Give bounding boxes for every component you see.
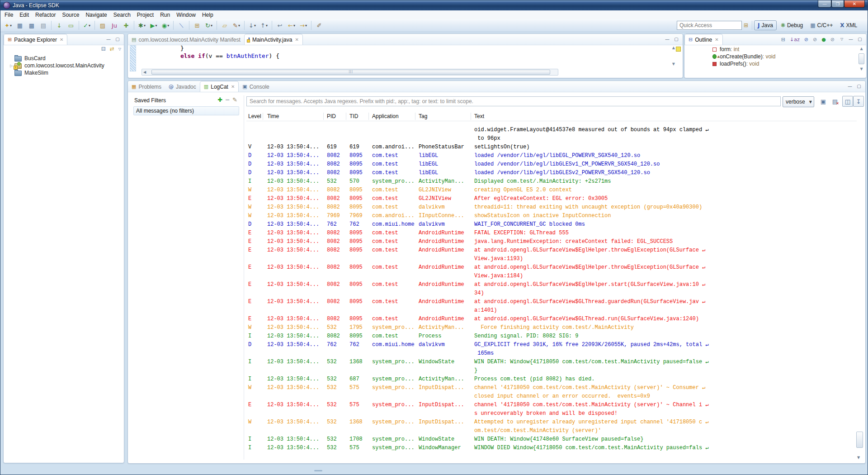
hide-fields-icon[interactable]: ⊘ [804, 37, 808, 43]
code-editor[interactable]: } else if(v == btnAuthEnter) { [138, 44, 669, 71]
forward-button[interactable]: →▾ [297, 20, 309, 31]
log-row[interactable]: W12-03 13:50:4...80828095com.testGL2JNIV… [246, 186, 857, 195]
clear-log-button[interactable]: ▤✕ [830, 96, 840, 107]
log-row[interactable]: W12-03 13:50:4...79697969com.androi...II… [246, 212, 857, 220]
column-header-text[interactable]: Text [474, 113, 484, 119]
close-tab-icon[interactable]: ✕ [231, 84, 235, 89]
scroll-to-end-button[interactable]: ↧ [853, 96, 864, 107]
save-log-button[interactable]: ▣ [818, 96, 829, 107]
log-row[interactable]: E12-03 13:50:4...80828095com.testGL2JNIV… [246, 195, 857, 203]
dropdown-caret-icon[interactable]: ▾ [10, 24, 12, 28]
save-all-button[interactable]: ▩ [26, 20, 38, 31]
junit-button[interactable]: ✓▾ [81, 20, 93, 31]
log-row[interactable]: E12-03 13:50:4...532575system_pro...Inpu… [246, 401, 857, 418]
dropdown-caret-icon[interactable]: ▾ [305, 24, 307, 28]
perspective-java[interactable]: JJava [754, 20, 777, 30]
perspective-cc[interactable]: ▦C/C++ [807, 21, 836, 30]
close-view-icon[interactable]: ✕ [60, 37, 63, 42]
tab-problems[interactable]: ▦Problems [128, 81, 165, 92]
menu-edit[interactable]: Edit [16, 11, 32, 19]
warning-annotation-marker[interactable] [676, 47, 681, 52]
log-row[interactable]: I12-03 13:50:4...532570system_pro...Acti… [246, 177, 857, 186]
dropdown-caret-icon[interactable]: ▾ [293, 24, 295, 28]
collapse-all-icon[interactable]: ⊟ [101, 46, 106, 52]
log-table[interactable]: oid.widget.FrameLayout@414537e8 measured… [246, 126, 857, 462]
collapse-all-icon[interactable]: ⊟ [781, 37, 785, 43]
print-button[interactable]: ▤ [38, 20, 49, 31]
last-edit-location-button[interactable]: ↩ [274, 20, 286, 31]
log-row[interactable]: I12-03 13:50:4...5321708system_pro...Win… [246, 435, 857, 444]
scrollbar-thumb[interactable] [859, 53, 864, 64]
log-row[interactable]: W12-03 13:50:4...5321368system_pro...Inp… [246, 418, 857, 435]
log-row[interactable]: D12-03 13:50:4...762762com.miui.homedalv… [246, 341, 857, 358]
dropdown-caret-icon[interactable]: ▾ [155, 24, 157, 28]
new-java-project-button[interactable]: ▨ [97, 20, 108, 31]
refresh-button[interactable]: ↻▾ [203, 20, 215, 31]
perspective-debug[interactable]: ❋Debug [778, 21, 806, 30]
view-menu-icon[interactable]: ▽ [839, 36, 844, 42]
log-row[interactable]: I12-03 13:50:4...532575system_pro...Wind… [246, 444, 857, 452]
scroll-up-icon[interactable]: ▲ [672, 46, 675, 50]
logcat-search-input[interactable] [246, 96, 781, 106]
log-row[interactable]: D12-03 13:50:4...80828095com.testlibEGLl… [246, 160, 857, 169]
display-filters-view-button[interactable]: ◫ [842, 96, 853, 107]
log-row[interactable]: E12-03 13:50:4...80828095com.testAndroid… [246, 229, 857, 238]
column-header-tid[interactable]: TID [349, 113, 358, 119]
minimize-view-button[interactable]: — [848, 36, 854, 42]
scroll-down-icon[interactable]: ▼ [859, 67, 864, 71]
log-row[interactable]: E12-03 13:50:4...80828095com.testAndroid… [246, 238, 857, 246]
column-separator[interactable] [323, 113, 324, 120]
column-header-pid[interactable]: PID [327, 113, 336, 119]
tab-package-explorer[interactable]: ⊞ Package Explorer ✕ [4, 34, 67, 45]
minimize-view-button[interactable]: — [847, 83, 853, 89]
log-row[interactable]: D12-03 13:50:4...762762com.miui.homedalv… [246, 220, 857, 229]
column-header-tag[interactable]: Tag [419, 113, 427, 119]
log-row[interactable]: D12-03 13:50:4...80828095com.testlibEGLl… [246, 152, 857, 160]
menu-navigate[interactable]: Navigate [82, 11, 110, 19]
dropdown-caret-icon[interactable]: ▾ [266, 24, 268, 28]
dropdown-caret-icon[interactable]: ▾ [89, 24, 90, 28]
menu-project[interactable]: Project [134, 11, 157, 19]
tab-logcat[interactable]: ▥LogCat✕ [200, 81, 239, 92]
tree-item-com-lowcost-lowcost-mainactivity[interactable]: ▷com.lowcost.lowcost.MainActivity [4, 62, 124, 69]
column-header-application[interactable]: Application [372, 113, 399, 119]
menu-search[interactable]: Search [110, 11, 134, 19]
android-sdk-manager-button[interactable]: ↓ [53, 20, 65, 31]
close-tab-icon[interactable]: ✕ [295, 37, 298, 42]
perspective-xml[interactable]: XXML [837, 21, 860, 30]
close-view-icon[interactable]: ✕ [715, 37, 718, 42]
debug-button[interactable]: ✱▾ [136, 20, 148, 31]
maximize-view-button[interactable]: ▢ [856, 83, 862, 89]
editor-tab-mainactivity-java[interactable]: JMainActivity.java✕ [244, 34, 303, 45]
scrollbar-thumb[interactable] [151, 70, 550, 75]
new-visual-editor-button[interactable]: ⊞ [191, 20, 203, 31]
remove-filter-icon[interactable]: ━ [226, 96, 229, 103]
mark-occurrences-button[interactable]: ⟍ [175, 20, 187, 31]
dropdown-caret-icon[interactable]: ▾ [211, 24, 212, 28]
log-row[interactable]: W12-03 13:50:4...5321795system_pro...Act… [246, 323, 857, 332]
tree-item-buscard[interactable]: BusCard [4, 55, 124, 62]
outline-item-form[interactable]: form : int [684, 46, 857, 53]
log-row[interactable]: oid.widget.FrameLayout@414537e8 measured… [246, 126, 857, 143]
view-menu-icon[interactable]: ▽ [118, 47, 121, 51]
quick-access-input[interactable] [677, 21, 742, 30]
add-filter-icon[interactable]: ✚ [217, 96, 222, 103]
maximize-view-button[interactable]: ▢ [115, 36, 120, 42]
run-button[interactable]: ▶▾ [148, 20, 160, 31]
log-row[interactable]: I12-03 13:50:4...80828095com.testProcess… [246, 332, 857, 341]
menu-run[interactable]: Run [157, 11, 173, 19]
menu-source[interactable]: Source [59, 11, 82, 19]
close-window-button[interactable]: ✕ [844, 0, 865, 8]
tab-javadoc[interactable]: @Javadoc [165, 81, 200, 92]
hide-local-types-icon[interactable]: ⊘ [830, 37, 835, 43]
tab-console[interactable]: ▣Console [239, 81, 273, 92]
log-row[interactable]: D12-03 13:50:4...80828095com.testlibEGLl… [246, 169, 857, 177]
log-row[interactable]: I12-03 13:50:4...5321368system_pro...Win… [246, 358, 857, 375]
scrollbar-thumb[interactable] [856, 432, 863, 448]
dropdown-caret-icon[interactable]: ▾ [238, 24, 240, 28]
column-separator[interactable] [368, 113, 369, 120]
menu-file[interactable]: File [1, 11, 16, 19]
menu-refactor[interactable]: Refactor [32, 11, 59, 19]
run-history-button[interactable]: ◉▾ [160, 20, 171, 31]
new-android-project-button[interactable]: ✚ [120, 20, 132, 31]
